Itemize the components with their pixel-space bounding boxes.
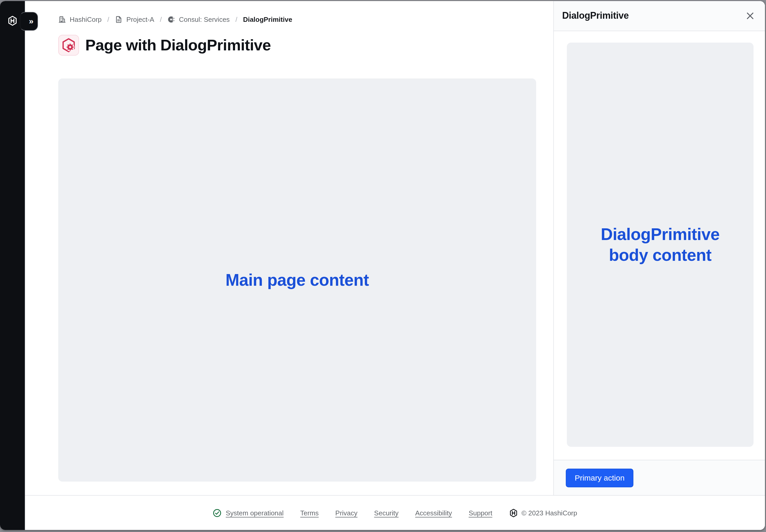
dialog-body: DialogPrimitive body content: [554, 31, 765, 460]
breadcrumb-item-hashicorp[interactable]: HashiCorp: [58, 15, 102, 23]
dialog-footer: Primary action: [554, 460, 765, 495]
status-label: System operational: [226, 509, 284, 517]
dialog-body-placeholder: DialogPrimitive body content: [567, 43, 754, 447]
breadcrumb-separator: /: [160, 15, 162, 23]
page-title: Page with DialogPrimitive: [85, 36, 271, 54]
main-column: HashiCorp / Project-A /: [25, 1, 765, 530]
copyright-text: © 2023 HashiCorp: [521, 509, 577, 517]
page-header: Page with DialogPrimitive: [58, 35, 536, 56]
dialog-title: DialogPrimitive: [562, 10, 744, 21]
main-placeholder-text: Main page content: [226, 270, 369, 290]
footer-link-terms[interactable]: Terms: [300, 509, 319, 517]
breadcrumb-item-current: DialogPrimitive: [243, 15, 292, 23]
footer-link-privacy[interactable]: Privacy: [335, 509, 358, 517]
breadcrumb-item-project[interactable]: Project-A: [115, 15, 154, 23]
consul-icon: [167, 15, 175, 23]
consul-gear-icon: [60, 37, 77, 54]
breadcrumb-separator: /: [107, 15, 109, 23]
breadcrumb-label: Consul: Services: [179, 15, 230, 23]
breadcrumb-separator: /: [235, 15, 237, 23]
dialog-header: DialogPrimitive: [554, 1, 765, 31]
file-icon: [115, 15, 123, 23]
breadcrumb: HashiCorp / Project-A /: [58, 15, 536, 24]
footer-copyright: © 2023 HashiCorp: [509, 508, 577, 517]
breadcrumb-label: HashiCorp: [70, 15, 102, 23]
dialog-placeholder-text: DialogPrimitive body content: [590, 224, 731, 265]
chevron-double-right-icon: »: [29, 17, 34, 25]
hashicorp-logo-icon[interactable]: [7, 16, 18, 26]
breadcrumb-label: DialogPrimitive: [243, 15, 292, 23]
screen: »: [0, 0, 766, 532]
close-icon: [746, 12, 754, 20]
sidenav-expand-button[interactable]: »: [20, 12, 38, 31]
content-row: HashiCorp / Project-A /: [25, 1, 765, 495]
breadcrumb-item-consul-services[interactable]: Consul: Services: [167, 15, 230, 23]
system-status-link[interactable]: System operational: [213, 508, 284, 517]
footer-link-security[interactable]: Security: [374, 509, 399, 517]
org-icon: [58, 15, 66, 23]
dialog-close-button[interactable]: [744, 10, 756, 22]
page-title-tile: [58, 35, 79, 56]
main-content-placeholder: Main page content: [58, 78, 536, 482]
check-circle-icon: [213, 508, 222, 517]
app-frame: »: [0, 1, 765, 530]
app-footer: System operational Terms Privacy Securit…: [25, 495, 765, 530]
breadcrumb-label: Project-A: [126, 15, 154, 23]
dialog-primitive-panel: DialogPrimitive DialogPrimitive body con…: [553, 1, 765, 495]
footer-link-accessibility[interactable]: Accessibility: [415, 509, 452, 517]
side-nav-collapsed: [0, 1, 25, 530]
main-page-area: HashiCorp / Project-A /: [25, 1, 553, 495]
primary-action-button[interactable]: Primary action: [566, 468, 634, 487]
hashicorp-logo-icon: [509, 508, 518, 517]
footer-link-support[interactable]: Support: [468, 509, 492, 517]
